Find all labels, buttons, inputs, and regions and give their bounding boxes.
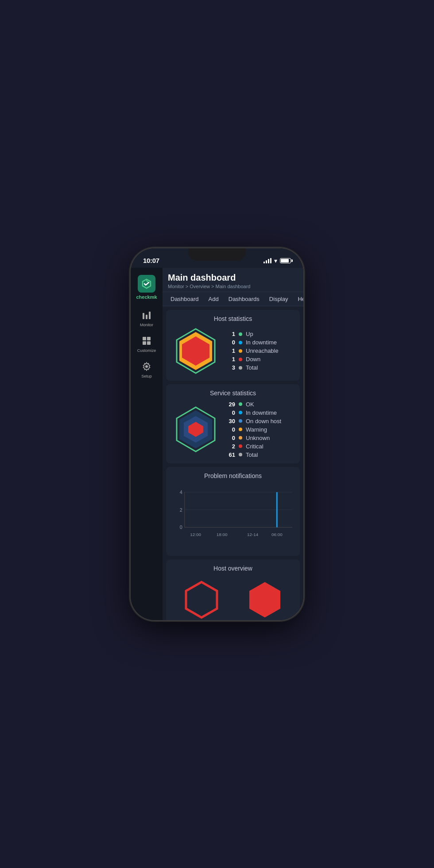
customize-label: Customize [137,348,156,353]
tab-add[interactable]: Add [204,292,223,306]
service-statistics-card: Service statistics [166,384,300,463]
svc-stat-downtime-label: In downtime [246,409,277,416]
svg-text:12-14: 12-14 [247,532,259,537]
svg-text:4: 4 [180,489,182,494]
svc-stat-critical[interactable]: 2 Critical [225,443,294,450]
host-stat-total-label: Total [246,364,258,371]
host-stat-unreachable-dot [239,349,242,353]
svc-stat-unknown-label: Unknown [246,435,270,441]
notifications-chart: 4 2 0 12:00 18:00 [171,486,294,547]
svc-stat-warning-dot [239,428,242,431]
service-statistics-title: Service statistics [171,390,294,397]
host-statistics-inner: 1 Up 0 In downtime 1 [171,327,294,375]
host-stat-down-label: Down [246,356,260,363]
host-overview-card: Host overview [166,559,300,620]
host-stat-total-num: 3 [225,364,235,371]
svc-stat-downtime[interactable]: 0 In downtime [225,409,294,416]
checkmk-logo-icon[interactable] [138,275,155,293]
phone-frame: 10:07 ▾ [131,248,303,620]
svc-stat-ondownhost[interactable]: 30 On down host [225,418,294,424]
host-stat-downtime-num: 0 [225,339,235,346]
chart-area: 4 2 0 12:00 18:00 [171,484,294,551]
dashboard-content: Host statistics [163,306,303,620]
svc-stat-warning[interactable]: 0 Warning [225,426,294,433]
svc-stat-critical-label: Critical [246,443,264,450]
svc-stat-warning-label: Warning [246,426,267,433]
header: Main dashboard Monitor > Overview > Main… [163,268,303,292]
notch [188,248,246,261]
host-stat-up[interactable]: 1 Up [225,331,294,337]
setup-icon [142,362,151,373]
status-time: 10:07 [143,257,159,264]
host-stat-downtime-dot [239,341,242,344]
svc-stat-ondownhost-label: On down host [246,418,281,424]
host-stat-down[interactable]: 1 Down [225,356,294,363]
svg-rect-2 [146,315,147,319]
host-statistics-card: Host statistics [166,310,300,381]
sidebar-item-setup[interactable]: Setup [132,358,161,382]
host-overview-title: Host overview [171,565,294,572]
tab-help[interactable]: Help [293,292,303,306]
sidebar-item-customize[interactable]: Customize [132,332,161,356]
svg-marker-29 [186,582,217,617]
svg-text:06:00: 06:00 [271,532,283,537]
service-hex-container[interactable] [171,405,220,454]
host-overview-hexes [171,576,294,620]
svg-text:18:00: 18:00 [217,532,228,537]
host-hex-container[interactable] [171,327,220,375]
tab-display[interactable]: Display [265,292,293,306]
svg-rect-5 [147,337,151,340]
host-stat-unreachable[interactable]: 1 Unreachable [225,347,294,354]
service-statistics-inner: 29 OK 0 In downtime 30 [171,401,294,458]
tab-dashboard[interactable]: Dashboard [166,292,203,306]
host-stat-downtime[interactable]: 0 In downtime [225,339,294,346]
svc-stat-critical-num: 2 [225,443,235,450]
svc-stat-critical-dot [239,444,242,448]
svg-rect-7 [147,341,151,345]
page-title: Main dashboard [168,272,298,283]
svc-stat-total-num: 61 [225,451,235,458]
svg-text:12:00: 12:00 [190,532,201,537]
host-stat-up-num: 1 [225,331,235,337]
overview-hex-solid-red[interactable] [245,580,285,620]
svg-point-8 [145,365,148,368]
battery-icon [280,258,291,263]
svc-stat-total[interactable]: 61 Total [225,451,294,458]
svg-rect-4 [143,337,146,340]
service-stats-list: 29 OK 0 In downtime 30 [225,401,294,458]
logo-text: checkmk [136,294,157,300]
svc-stat-total-dot [239,453,242,456]
svg-marker-30 [249,582,280,617]
host-statistics-title: Host statistics [171,315,294,322]
host-stat-downtime-label: In downtime [246,339,277,346]
svg-rect-3 [149,312,151,319]
setup-label: Setup [141,374,152,378]
service-hexagon-svg [171,405,220,454]
host-stat-up-dot [239,332,242,336]
svc-stat-ok-dot [239,402,242,406]
host-stat-total[interactable]: 3 Total [225,364,294,371]
host-stat-unreachable-label: Unreachable [246,347,279,354]
svc-stat-downtime-num: 0 [225,409,235,416]
overview-hex-outline-red[interactable] [182,580,221,620]
svc-stat-downtime-dot [239,411,242,414]
svc-stat-total-label: Total [246,451,258,458]
app-body: checkmk Monitor [131,268,303,620]
host-hexagon-svg [171,327,220,375]
host-stat-total-dot [239,366,242,370]
logo-area: checkmk [136,271,157,305]
monitor-label: Monitor [140,323,153,327]
breadcrumb: Monitor > Overview > Main dashboard [168,284,298,289]
sidebar-item-monitor[interactable]: Monitor [132,307,161,331]
phone-screen: 10:07 ▾ [131,248,303,620]
svc-stat-unknown[interactable]: 0 Unknown [225,435,294,441]
tab-dashboards[interactable]: Dashboards [224,292,264,306]
svc-stat-ondownhost-dot [239,419,242,423]
signal-icon [264,258,271,263]
problem-notifications-title: Problem notifications [171,472,294,479]
host-stat-down-dot [239,358,242,361]
svg-rect-1 [143,313,144,319]
svc-stat-ok[interactable]: 29 OK [225,401,294,408]
status-icons: ▾ [264,257,291,264]
host-stats-list: 1 Up 0 In downtime 1 [225,331,294,371]
